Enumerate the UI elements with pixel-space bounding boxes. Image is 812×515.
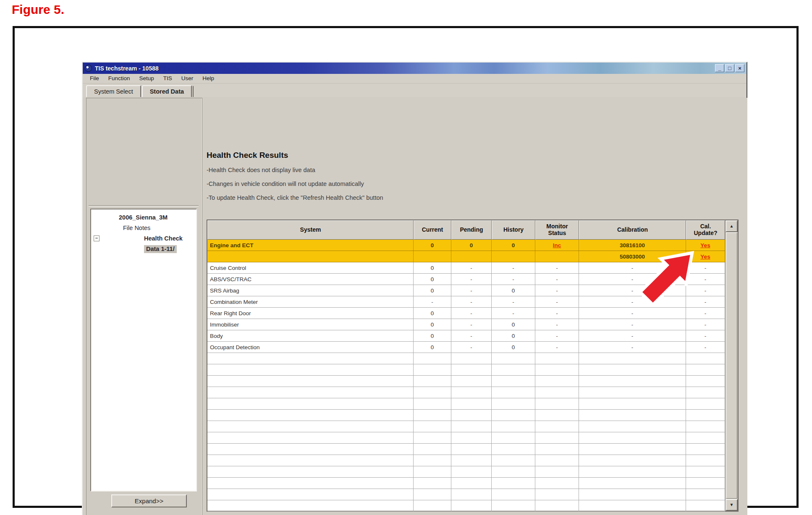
- cell: [579, 478, 686, 489]
- table-row-empty[interactable]: [207, 410, 725, 421]
- cell[interactable]: -: [686, 274, 725, 285]
- menu-item-tis[interactable]: TIS: [159, 74, 177, 83]
- tab-system-select[interactable]: System Select: [86, 85, 141, 97]
- cell[interactable]: [686, 364, 725, 375]
- table-row-5[interactable]: Combination Meter------: [207, 296, 725, 308]
- cell: 0: [414, 330, 451, 341]
- table-row-3[interactable]: ABS/VSC/TRAC0-----: [207, 274, 725, 285]
- menu-item-file[interactable]: File: [85, 74, 104, 83]
- cell[interactable]: [686, 489, 725, 500]
- column-header-cal-update[interactable]: Cal.Update?: [686, 220, 725, 240]
- cal-update-link[interactable]: Yes: [700, 242, 710, 248]
- cell[interactable]: -: [686, 308, 725, 319]
- table-row-empty[interactable]: [207, 387, 725, 398]
- cell: [535, 489, 579, 500]
- table-row-8[interactable]: Body0-0---: [207, 330, 725, 342]
- tree-item-2006-sienna-3m[interactable]: 2006_Sienna_3M: [91, 213, 196, 223]
- table-row-empty[interactable]: [207, 455, 725, 466]
- cell[interactable]: [686, 376, 725, 387]
- scroll-up-icon[interactable]: ▲: [726, 220, 738, 232]
- table-row-empty[interactable]: [207, 376, 725, 387]
- collapse-icon[interactable]: −: [94, 235, 100, 241]
- cell: [579, 410, 686, 421]
- cell[interactable]: -: [686, 296, 725, 307]
- cell[interactable]: Yes: [686, 240, 725, 251]
- tree-item-file-notes[interactable]: File Notes: [91, 223, 196, 234]
- cell[interactable]: [686, 410, 725, 421]
- table-row-empty[interactable]: [207, 478, 725, 489]
- cell: [535, 398, 579, 409]
- column-header-current[interactable]: Current: [414, 220, 451, 240]
- table-row-6[interactable]: Rear Right Door0-----: [207, 308, 725, 319]
- table-row-9[interactable]: Occupant Detection0-0---: [207, 342, 725, 353]
- table-row-2[interactable]: Cruise Control0-----: [207, 262, 725, 274]
- table-row-empty[interactable]: [207, 500, 725, 512]
- menu-item-setup[interactable]: Setup: [135, 74, 159, 83]
- table-row-empty[interactable]: [207, 398, 725, 410]
- cell: [535, 466, 579, 477]
- cell[interactable]: [686, 421, 725, 432]
- cell[interactable]: [686, 398, 725, 409]
- cell: [451, 444, 492, 455]
- menu-item-function[interactable]: Function: [104, 74, 135, 83]
- cell[interactable]: [686, 455, 725, 466]
- cell: [451, 364, 492, 375]
- cell[interactable]: [686, 444, 725, 455]
- table-row-empty[interactable]: [207, 432, 725, 444]
- tree-item-health-check[interactable]: −Health Check: [91, 234, 196, 244]
- cell[interactable]: [686, 353, 725, 364]
- expand-button[interactable]: Expand>>: [111, 494, 187, 507]
- table-row-7[interactable]: Immobiliser0-0---: [207, 319, 725, 330]
- cell[interactable]: -: [686, 342, 725, 353]
- table-row-empty[interactable]: [207, 466, 725, 478]
- cell: 0: [414, 342, 451, 353]
- minimize-icon[interactable]: _: [715, 64, 724, 72]
- close-icon[interactable]: ×: [735, 64, 744, 72]
- table-scrollbar[interactable]: ▲ ▼: [725, 220, 738, 511]
- table-row-empty[interactable]: [207, 353, 725, 364]
- dash-value: -: [631, 276, 634, 282]
- cell[interactable]: [686, 432, 725, 443]
- tab-stored-data[interactable]: Stored Data: [142, 85, 192, 98]
- column-header-monitor-status[interactable]: MonitorStatus: [535, 220, 579, 240]
- table-row-4[interactable]: SRS Airbag0-0---: [207, 285, 725, 296]
- monitor-status-link[interactable]: Inc: [553, 242, 561, 248]
- table-row-1[interactable]: 50803000Yes: [207, 251, 725, 262]
- cell[interactable]: -: [686, 319, 725, 330]
- cell: [207, 444, 414, 455]
- cell: [535, 387, 579, 398]
- scrollbar-thumb[interactable]: [726, 233, 737, 499]
- table-row-empty[interactable]: [207, 489, 725, 500]
- cell[interactable]: -: [686, 285, 725, 296]
- cell: 0: [414, 308, 451, 319]
- cell[interactable]: [686, 500, 725, 511]
- cell: [451, 466, 492, 477]
- tree-item-data-1-11-[interactable]: Data 1-11/: [91, 244, 196, 255]
- table-row-empty[interactable]: [207, 364, 725, 376]
- cell[interactable]: [686, 387, 725, 398]
- cell[interactable]: [686, 478, 725, 489]
- table-row-empty[interactable]: [207, 421, 725, 432]
- cell[interactable]: -: [686, 262, 725, 273]
- dash-value: -: [631, 299, 634, 305]
- column-header-pending[interactable]: Pending: [451, 220, 492, 240]
- table-row-empty[interactable]: [207, 444, 725, 455]
- maximize-icon[interactable]: □: [725, 64, 734, 72]
- cell[interactable]: -: [686, 330, 725, 341]
- cell: [451, 353, 492, 364]
- column-header-calibration[interactable]: Calibration: [579, 220, 686, 240]
- cell[interactable]: Inc: [535, 240, 579, 251]
- menu-item-help[interactable]: Help: [198, 74, 219, 83]
- cell: [414, 466, 451, 477]
- column-header-history[interactable]: History: [492, 220, 535, 240]
- scroll-down-icon[interactable]: ▼: [726, 499, 738, 511]
- cell: -: [535, 285, 579, 296]
- table-header-row: SystemCurrentPendingHistoryMonitorStatus…: [207, 220, 725, 240]
- cell[interactable]: [686, 466, 725, 477]
- cal-update-link[interactable]: Yes: [700, 254, 710, 260]
- menu-item-user[interactable]: User: [177, 74, 198, 83]
- table-row-0[interactable]: Engine and ECT000Inc30816100Yes: [207, 240, 725, 251]
- cell: 50803000: [579, 251, 686, 262]
- cell[interactable]: Yes: [686, 251, 725, 262]
- column-header-system[interactable]: System: [207, 220, 414, 240]
